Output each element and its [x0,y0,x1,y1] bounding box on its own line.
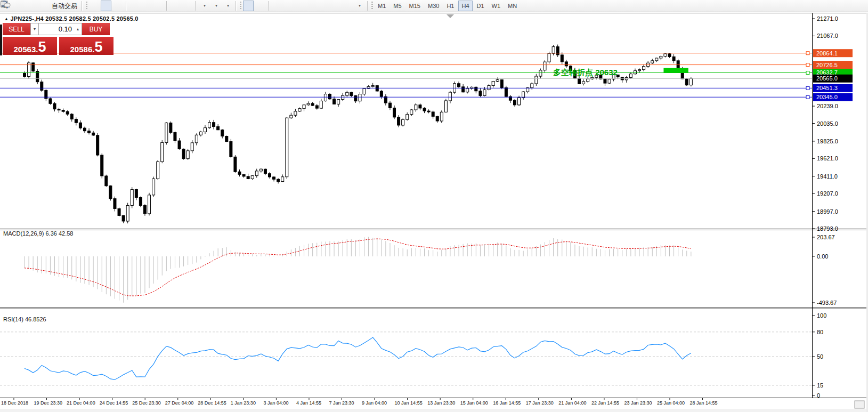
search-button[interactable] [841,1,851,11]
candle-body [242,174,245,176]
candle-body [363,88,366,94]
axis-tick-label: 19825.0 [817,138,838,144]
timeframe-d1-button[interactable]: D1 [474,1,488,11]
label-tool-button[interactable]: T [342,1,353,11]
volume-increase-button[interactable]: ▴ [74,23,82,35]
buy-button[interactable]: BUY [82,23,110,35]
chart-shift-button[interactable] [170,1,181,11]
candlestick-chart-button[interactable] [101,1,111,11]
cursor-tool-button[interactable] [243,1,254,11]
candle-body [513,100,516,105]
tile-windows-button[interactable] [153,1,164,11]
profiles-button[interactable] [13,1,24,11]
fibonacci-tool-button[interactable]: F [319,1,329,11]
candle-body [582,82,585,84]
horizontal-line-tool-button[interactable] [283,1,294,11]
candle-body [643,67,645,70]
candle-body [53,103,56,109]
chart-canvas[interactable]: 多空转折点 20632MACD(12,26,9) 6.36 42.58RSI(1… [0,13,868,412]
candle-body [393,108,396,117]
candle-body [531,84,533,88]
auto-scroll-button[interactable] [182,1,192,11]
timeframe-w1-button[interactable]: W1 [489,1,504,11]
indicators-button[interactable]: ▾ [199,1,209,11]
axis-tick-label: 19207.0 [817,190,838,197]
candle-body [496,80,499,82]
candle-body [307,103,310,105]
candle-body [157,161,159,179]
zoom-in-button[interactable] [129,1,140,11]
dropdown-caret: ▾ [227,4,229,8]
candle-body [337,100,340,104]
date-label: 25 Jan 04:00 [657,400,685,406]
date-label: 7 Jan 23:30 [329,400,354,406]
candle-body [543,62,546,70]
candle-body [359,94,361,101]
templates-button[interactable]: ▾ [222,1,233,11]
candle-body [483,90,486,95]
arrows-tool-button[interactable]: ▾ [354,1,364,11]
separator [367,1,368,11]
timeframe-h4-button[interactable]: H4 [458,1,472,11]
candle-body [217,127,220,130]
candle-body [324,94,327,101]
separator [236,1,237,11]
timeframe-h1-button[interactable]: H1 [443,1,457,11]
date-label: 27 Dec 04:00 [165,400,194,406]
chat-button[interactable] [853,1,863,11]
axis-tick-label: 20239.0 [817,103,838,109]
candle-body [79,123,82,128]
candle-body [66,111,69,114]
autotrading-button[interactable]: 自动交易 [48,1,79,11]
timeframe-mn-button[interactable]: MN [505,1,520,11]
text-tool-button[interactable]: A [330,1,341,11]
volume-decrease-button[interactable]: ▾ [30,23,39,35]
bar-chart-button[interactable] [89,1,100,11]
timeframe-m15-button[interactable]: M15 [406,1,424,11]
candle-body [135,190,137,198]
chat-icon [0,0,11,9]
zoom-out-button[interactable] [141,1,152,11]
candle-body [113,199,116,209]
periods-button[interactable]: ▾ [210,1,221,11]
timeframe-m30-button[interactable]: M30 [425,1,442,11]
candle-body [298,109,301,111]
sell-button[interactable]: SELL [3,23,30,35]
crosshair-tool-button[interactable] [255,1,265,11]
date-label: 25 Dec 23:30 [132,400,161,406]
candle-body [259,169,262,171]
candle-body [62,110,64,112]
vertical-line-tool-button[interactable] [272,1,282,11]
candle-body [165,123,168,143]
chart-annotation[interactable]: 多空转折点 20632 [553,68,618,77]
signals-button[interactable] [37,1,47,11]
buy-price-box[interactable]: 20586.5 [59,37,113,55]
scroll-corner [855,401,864,408]
green-highlight-bar[interactable] [663,68,688,73]
candle-body [500,80,503,88]
timeframe-m1-button[interactable]: M1 [375,1,389,11]
axis-tick-label: 80 [817,329,823,335]
level-anchor-square [806,52,809,55]
timeframe-m5-button[interactable]: M5 [390,1,404,11]
candle-body [578,78,581,84]
dropdown-caret: ▾ [204,4,206,8]
volume-input[interactable] [39,23,74,35]
candle-body [535,76,538,84]
candle-body [660,56,662,58]
candle-body [191,143,193,151]
level-price-text: 20565.0 [816,75,838,82]
axis-tick-label: 50 [817,353,823,360]
community-button[interactable] [25,1,36,11]
candle-body [152,179,155,195]
panel-toggle-icon[interactable]: ▲ [4,17,9,21]
sell-price-box[interactable]: 20563.5 [3,37,57,55]
candle-body [251,176,254,179]
channel-tool-button[interactable]: E [307,1,318,11]
candle-body [427,111,430,112]
line-chart-button[interactable] [112,1,123,11]
candle-body [333,99,336,104]
candle-body [88,131,91,133]
candle-body [561,55,563,62]
trendline-tool-button[interactable] [295,1,306,11]
